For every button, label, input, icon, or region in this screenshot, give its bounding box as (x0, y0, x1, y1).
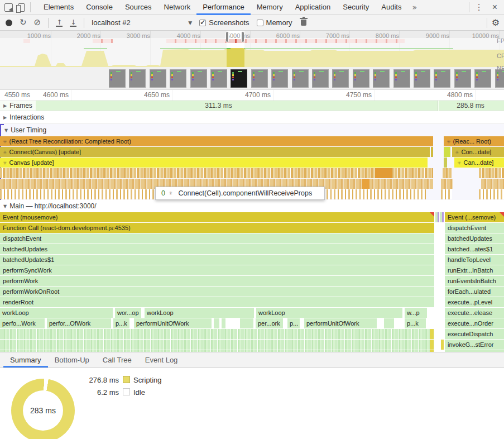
flame-bar[interactable]: Event (mousemove) (0, 212, 434, 222)
flame-bar[interactable]: dispatchEvent (0, 233, 434, 244)
flame-bar[interactable]: Function Call (react-dom.development.js:… (0, 223, 434, 233)
flame-bar[interactable] (362, 179, 369, 189)
flame-bars-dense[interactable] (0, 350, 434, 352)
flame-bar[interactable]: executeDispatch (445, 329, 504, 339)
screenshot-thumbnail[interactable] (170, 69, 186, 88)
target-select[interactable]: localhost #2 ▼ (92, 18, 192, 27)
screenshot-thumbnail[interactable] (292, 69, 309, 88)
flame-bars-dense[interactable] (479, 189, 504, 199)
flame-bar-segment[interactable]: workLoop (0, 308, 113, 318)
flame-bar-segment[interactable]: wor...op (115, 308, 141, 318)
tab-call-tree[interactable]: Call Tree (96, 352, 138, 368)
flame-bar[interactable]: ✳Con...date] (452, 147, 504, 157)
flame-bars-dense[interactable] (441, 189, 452, 199)
flame-bar[interactable]: invokeG...stError (445, 340, 504, 350)
flame-bar-segment[interactable]: perfo...Work (0, 318, 45, 328)
flame-bar[interactable]: batchedUpdates (445, 233, 504, 244)
flame-bar[interactable]: performWorkOnRoot (0, 287, 434, 297)
flame-bar-segment[interactable] (384, 318, 394, 328)
flame-bar[interactable]: ✳(React Tree Reconciliation: Completed R… (0, 136, 433, 146)
timeline-overview[interactable]: 1000 ms 2000 ms 3000 ms 4000 ms 5000 ms … (0, 31, 504, 68)
flame-bar-segment[interactable]: p...k (405, 318, 426, 328)
flame-bar[interactable]: renderRoot (0, 297, 434, 307)
flame-bar[interactable] (430, 340, 434, 350)
screenshots-checkbox-row[interactable]: Screenshots (199, 18, 249, 27)
flame-bar[interactable]: batchedUpdates$1 (0, 255, 434, 265)
flame-bar[interactable] (430, 350, 434, 352)
flame-bar[interactable]: ✳Can...date] (454, 158, 504, 168)
screenshot-thumbnail[interactable] (474, 69, 491, 88)
flame-bar-segment[interactable]: performUnitOfWork (134, 318, 212, 328)
flame-bar-segment[interactable] (214, 318, 219, 328)
tab-audits[interactable]: Audits (375, 0, 407, 15)
inspect-element-icon[interactable] (4, 3, 13, 12)
screenshot-thumbnail[interactable] (434, 69, 450, 88)
flame-bar[interactable] (375, 168, 392, 178)
flame-bars-dense[interactable] (441, 179, 453, 189)
screenshot-thumbnail[interactable] (353, 69, 369, 88)
main-track-label[interactable]: ▼ Main — http://localhost:3000/ (0, 200, 504, 212)
flame-bar-segment[interactable]: perfor...OfWork (47, 318, 111, 328)
interactions-track-label[interactable]: ▶ Interactions (0, 111, 504, 123)
flame-bar-segment[interactable] (240, 318, 253, 328)
gear-icon[interactable]: ⚙ (492, 17, 500, 28)
selection-handle-right[interactable] (241, 31, 244, 42)
screenshot-thumbnail[interactable] (393, 69, 410, 88)
flame-bar[interactable]: handleTopLevel (445, 255, 504, 265)
screenshot-thumbnail[interactable] (231, 69, 247, 88)
screenshot-thumbnail[interactable] (414, 69, 430, 88)
tab-security[interactable]: Security (337, 0, 375, 15)
screenshot-thumbnail[interactable] (271, 69, 288, 88)
flame-bar[interactable]: dispatchEvent (445, 223, 504, 233)
device-toolbar-icon[interactable] (18, 3, 25, 12)
screenshot-thumbnail[interactable] (190, 69, 207, 88)
flame-bar[interactable]: runExtr...InBatch (445, 265, 504, 275)
user-timing-track-label[interactable]: ▼ User Timing (1, 124, 504, 136)
flame-bars-dense[interactable] (0, 340, 434, 350)
screenshot-thumbnail[interactable] (373, 69, 390, 88)
flame-bar-segment[interactable]: performUnitOfWork (304, 318, 377, 328)
more-tabs-icon[interactable]: » (407, 0, 421, 15)
flame-bar[interactable]: batched...ates$1 (445, 244, 504, 254)
close-icon[interactable]: × (489, 2, 501, 12)
tab-event-log[interactable]: Event Log (138, 352, 185, 368)
clear-icon[interactable]: ⊘ (34, 18, 41, 27)
tab-elements[interactable]: Elements (37, 0, 80, 15)
flame-bar[interactable] (430, 329, 434, 339)
screenshot-thumbnail[interactable] (109, 69, 126, 88)
screenshots-checkbox[interactable] (199, 20, 206, 26)
screenshot-thumbnail[interactable] (454, 69, 471, 88)
flame-bar[interactable] (442, 212, 444, 222)
flame-bar-segment[interactable]: workLoop (256, 308, 402, 318)
flame-bar[interactable]: execute...elease (445, 308, 504, 318)
tab-performance[interactable]: Performance (196, 0, 250, 15)
flame-bar[interactable]: ✳(Reac... Root) (444, 136, 504, 146)
flame-bar[interactable] (444, 158, 447, 168)
tab-console[interactable]: Console (80, 0, 119, 15)
screenshot-thumbnail[interactable] (312, 69, 329, 88)
tab-application[interactable]: Application (289, 0, 337, 15)
flame-bar[interactable]: batchedUpdates (0, 244, 434, 254)
flame-bar[interactable]: ✳Canvas [update] (0, 158, 428, 168)
tab-sources[interactable]: Sources (119, 0, 158, 15)
tab-summary[interactable]: Summary (3, 352, 48, 368)
flame-bar[interactable]: execute...nOrder (445, 318, 504, 328)
flame-bar[interactable]: forEach...ulated (445, 287, 504, 297)
memory-checkbox-row[interactable]: Memory (257, 18, 292, 27)
selection-handle-left[interactable] (225, 31, 229, 42)
flame-bar[interactable]: ✳Connect(Canvas) [update] (0, 147, 430, 157)
flame-bar[interactable]: invokeG...llback (445, 350, 504, 352)
flame-bar[interactable]: Event (...semove) (445, 212, 504, 222)
flame-bar-segment[interactable] (222, 318, 225, 328)
screenshot-thumbnail[interactable] (150, 69, 166, 88)
flame-bar-segment[interactable]: workLoop (145, 308, 254, 318)
flame-bar[interactable]: execute...pLevel (445, 297, 504, 307)
tab-bottom-up[interactable]: Bottom-Up (48, 352, 96, 368)
reload-and-profile-icon[interactable]: ↻ (20, 18, 27, 27)
frames-track[interactable]: 311.3 ms 285.8 ms ▶ Frames (0, 101, 504, 111)
flame-bar[interactable]: runEventsInBatch (445, 276, 504, 286)
tab-memory[interactable]: Memory (251, 0, 289, 15)
record-icon[interactable] (6, 20, 12, 26)
flame-bar[interactable] (438, 212, 439, 222)
screenshot-thumbnail[interactable] (332, 69, 349, 88)
